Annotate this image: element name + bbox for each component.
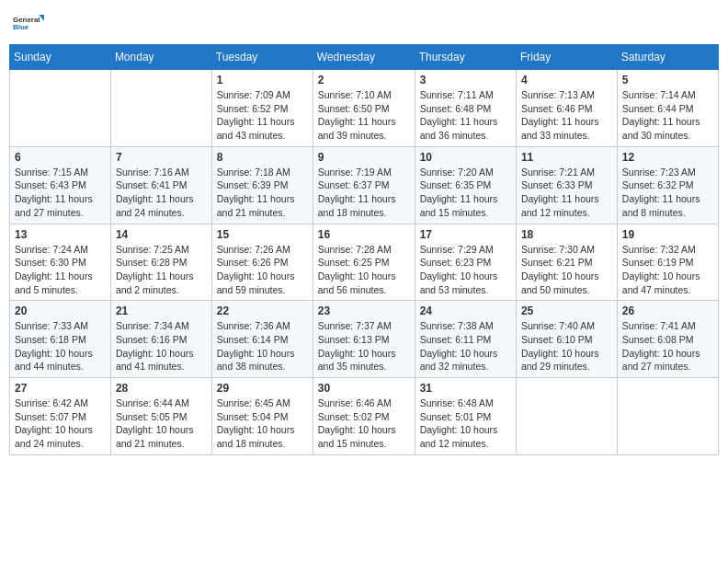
day-number: 14 bbox=[116, 228, 207, 241]
day-info: Sunrise: 7:38 AM Sunset: 6:11 PM Dayligh… bbox=[420, 319, 511, 373]
day-number: 22 bbox=[217, 304, 308, 317]
calendar-cell bbox=[110, 70, 211, 147]
day-number: 30 bbox=[318, 382, 410, 395]
day-info: Sunrise: 6:48 AM Sunset: 5:01 PM Dayligh… bbox=[420, 396, 511, 451]
day-info: Sunrise: 6:46 AM Sunset: 5:02 PM Dayligh… bbox=[318, 396, 410, 451]
calendar-week-2: 6Sunrise: 7:15 AM Sunset: 6:43 PM Daylig… bbox=[10, 146, 719, 224]
calendar-cell: 4Sunrise: 7:13 AM Sunset: 6:46 PM Daylig… bbox=[516, 70, 617, 147]
day-number: 8 bbox=[217, 151, 308, 164]
calendar-week-5: 27Sunrise: 6:42 AM Sunset: 5:07 PM Dayli… bbox=[10, 378, 719, 455]
calendar-cell: 26Sunrise: 7:41 AM Sunset: 6:08 PM Dayli… bbox=[617, 301, 718, 378]
calendar-cell: 21Sunrise: 7:34 AM Sunset: 6:16 PM Dayli… bbox=[110, 301, 211, 378]
day-number: 25 bbox=[521, 304, 612, 317]
calendar-week-1: 1Sunrise: 7:09 AM Sunset: 6:52 PM Daylig… bbox=[10, 70, 719, 147]
day-number: 2 bbox=[318, 74, 410, 86]
calendar-cell: 12Sunrise: 7:23 AM Sunset: 6:32 PM Dayli… bbox=[617, 146, 718, 224]
calendar-cell: 8Sunrise: 7:18 AM Sunset: 6:39 PM Daylig… bbox=[211, 146, 313, 224]
calendar-week-3: 13Sunrise: 7:24 AM Sunset: 6:30 PM Dayli… bbox=[10, 224, 719, 301]
day-number: 27 bbox=[15, 382, 106, 395]
calendar-cell: 25Sunrise: 7:40 AM Sunset: 6:10 PM Dayli… bbox=[516, 301, 617, 378]
calendar-cell: 3Sunrise: 7:11 AM Sunset: 6:48 PM Daylig… bbox=[415, 70, 516, 147]
day-info: Sunrise: 7:32 AM Sunset: 6:19 PM Dayligh… bbox=[622, 243, 713, 297]
calendar-cell: 31Sunrise: 6:48 AM Sunset: 5:01 PM Dayli… bbox=[415, 378, 516, 455]
day-number: 10 bbox=[420, 151, 511, 164]
calendar-header-thursday: Thursday bbox=[415, 45, 516, 70]
day-number: 17 bbox=[420, 228, 511, 241]
day-info: Sunrise: 7:23 AM Sunset: 6:32 PM Dayligh… bbox=[622, 166, 713, 220]
calendar-cell: 24Sunrise: 7:38 AM Sunset: 6:11 PM Dayli… bbox=[415, 301, 516, 378]
day-number: 21 bbox=[116, 304, 207, 317]
day-info: Sunrise: 6:42 AM Sunset: 5:07 PM Dayligh… bbox=[15, 396, 106, 451]
day-number: 7 bbox=[116, 151, 207, 164]
calendar-cell bbox=[617, 378, 718, 455]
day-number: 19 bbox=[622, 228, 713, 241]
day-info: Sunrise: 7:21 AM Sunset: 6:33 PM Dayligh… bbox=[521, 166, 612, 220]
calendar-header-monday: Monday bbox=[110, 45, 211, 70]
day-number: 29 bbox=[217, 382, 308, 395]
day-number: 3 bbox=[420, 74, 511, 86]
day-number: 1 bbox=[217, 74, 308, 86]
calendar-cell bbox=[516, 378, 617, 455]
day-info: Sunrise: 7:15 AM Sunset: 6:43 PM Dayligh… bbox=[15, 166, 106, 220]
day-number: 5 bbox=[622, 74, 713, 86]
calendar-cell: 22Sunrise: 7:36 AM Sunset: 6:14 PM Dayli… bbox=[211, 301, 313, 378]
day-info: Sunrise: 7:36 AM Sunset: 6:14 PM Dayligh… bbox=[217, 319, 308, 373]
day-number: 28 bbox=[116, 382, 207, 395]
calendar-cell: 9Sunrise: 7:19 AM Sunset: 6:37 PM Daylig… bbox=[313, 146, 415, 224]
day-info: Sunrise: 7:37 AM Sunset: 6:13 PM Dayligh… bbox=[318, 319, 410, 373]
day-info: Sunrise: 7:28 AM Sunset: 6:25 PM Dayligh… bbox=[318, 243, 410, 297]
calendar-cell: 20Sunrise: 7:33 AM Sunset: 6:18 PM Dayli… bbox=[10, 301, 111, 378]
calendar-cell: 6Sunrise: 7:15 AM Sunset: 6:43 PM Daylig… bbox=[10, 146, 111, 224]
day-info: Sunrise: 7:11 AM Sunset: 6:48 PM Dayligh… bbox=[420, 88, 511, 143]
day-info: Sunrise: 7:18 AM Sunset: 6:39 PM Dayligh… bbox=[217, 166, 308, 220]
calendar-cell: 28Sunrise: 6:44 AM Sunset: 5:05 PM Dayli… bbox=[110, 378, 211, 455]
calendar-week-4: 20Sunrise: 7:33 AM Sunset: 6:18 PM Dayli… bbox=[10, 301, 719, 378]
day-info: Sunrise: 7:41 AM Sunset: 6:08 PM Dayligh… bbox=[622, 319, 713, 373]
day-info: Sunrise: 7:33 AM Sunset: 6:18 PM Dayligh… bbox=[15, 319, 106, 373]
calendar-cell: 18Sunrise: 7:30 AM Sunset: 6:21 PM Dayli… bbox=[516, 224, 617, 301]
day-info: Sunrise: 7:29 AM Sunset: 6:23 PM Dayligh… bbox=[420, 243, 511, 297]
day-info: Sunrise: 7:14 AM Sunset: 6:44 PM Dayligh… bbox=[622, 88, 713, 143]
calendar-cell: 1Sunrise: 7:09 AM Sunset: 6:52 PM Daylig… bbox=[211, 70, 313, 147]
svg-text:Blue: Blue bbox=[13, 23, 29, 31]
day-number: 13 bbox=[15, 228, 106, 241]
day-info: Sunrise: 7:13 AM Sunset: 6:46 PM Dayligh… bbox=[521, 88, 612, 143]
calendar-header-friday: Friday bbox=[516, 45, 617, 70]
calendar-cell bbox=[10, 70, 111, 147]
day-info: Sunrise: 7:19 AM Sunset: 6:37 PM Dayligh… bbox=[318, 166, 410, 220]
calendar-cell: 16Sunrise: 7:28 AM Sunset: 6:25 PM Dayli… bbox=[313, 224, 415, 301]
day-number: 26 bbox=[622, 304, 713, 317]
day-number: 15 bbox=[217, 228, 308, 241]
calendar-cell: 10Sunrise: 7:20 AM Sunset: 6:35 PM Dayli… bbox=[415, 146, 516, 224]
calendar-header-sunday: Sunday bbox=[10, 45, 111, 70]
day-info: Sunrise: 7:16 AM Sunset: 6:41 PM Dayligh… bbox=[116, 166, 207, 220]
day-number: 6 bbox=[15, 151, 106, 164]
calendar-header-tuesday: Tuesday bbox=[211, 45, 313, 70]
calendar-cell: 7Sunrise: 7:16 AM Sunset: 6:41 PM Daylig… bbox=[110, 146, 211, 224]
day-number: 11 bbox=[521, 151, 612, 164]
calendar-cell: 2Sunrise: 7:10 AM Sunset: 6:50 PM Daylig… bbox=[313, 70, 415, 147]
calendar-cell: 15Sunrise: 7:26 AM Sunset: 6:26 PM Dayli… bbox=[211, 224, 313, 301]
day-number: 20 bbox=[15, 304, 106, 317]
calendar-cell: 23Sunrise: 7:37 AM Sunset: 6:13 PM Dayli… bbox=[313, 301, 415, 378]
day-number: 23 bbox=[318, 304, 410, 317]
day-info: Sunrise: 7:34 AM Sunset: 6:16 PM Dayligh… bbox=[116, 319, 207, 373]
day-info: Sunrise: 7:10 AM Sunset: 6:50 PM Dayligh… bbox=[318, 88, 410, 143]
calendar-cell: 14Sunrise: 7:25 AM Sunset: 6:28 PM Dayli… bbox=[110, 224, 211, 301]
day-info: Sunrise: 7:25 AM Sunset: 6:28 PM Dayligh… bbox=[116, 243, 207, 297]
calendar-cell: 11Sunrise: 7:21 AM Sunset: 6:33 PM Dayli… bbox=[516, 146, 617, 224]
day-info: Sunrise: 7:09 AM Sunset: 6:52 PM Dayligh… bbox=[217, 88, 308, 143]
day-number: 9 bbox=[318, 151, 410, 164]
logo-svg: General Blue bbox=[13, 9, 44, 37]
calendar-cell: 29Sunrise: 6:45 AM Sunset: 5:04 PM Dayli… bbox=[211, 378, 313, 455]
calendar-header-saturday: Saturday bbox=[617, 45, 718, 70]
day-number: 31 bbox=[420, 382, 511, 395]
calendar-header-row: SundayMondayTuesdayWednesdayThursdayFrid… bbox=[10, 45, 719, 70]
calendar-cell: 19Sunrise: 7:32 AM Sunset: 6:19 PM Dayli… bbox=[617, 224, 718, 301]
day-number: 12 bbox=[622, 151, 713, 164]
calendar-cell: 27Sunrise: 6:42 AM Sunset: 5:07 PM Dayli… bbox=[10, 378, 111, 455]
day-info: Sunrise: 7:20 AM Sunset: 6:35 PM Dayligh… bbox=[420, 166, 511, 220]
page-header: General Blue bbox=[9, 9, 719, 37]
calendar-cell: 17Sunrise: 7:29 AM Sunset: 6:23 PM Dayli… bbox=[415, 224, 516, 301]
calendar-header-wednesday: Wednesday bbox=[313, 45, 415, 70]
